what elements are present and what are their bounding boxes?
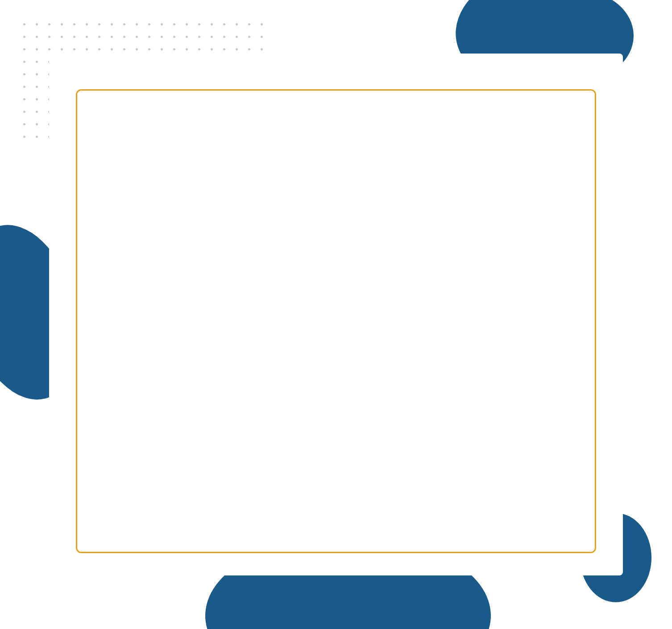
white-card — [49, 54, 623, 575]
table-header — [76, 76, 596, 89]
header-empty-cell — [76, 76, 183, 89]
header-peloton — [183, 76, 390, 89]
header-nordictrack — [390, 76, 596, 89]
comparison-grid — [76, 89, 596, 553]
comparison-table-container — [76, 76, 596, 553]
